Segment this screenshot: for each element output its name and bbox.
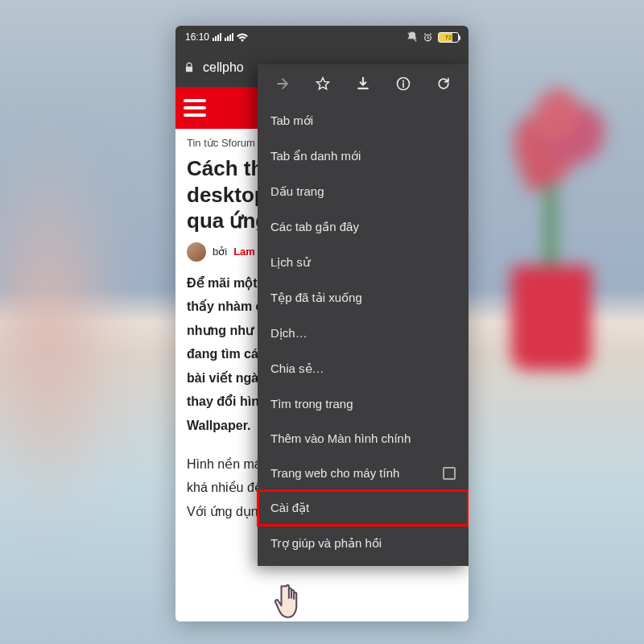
author-link[interactable]: Lam [233,246,255,258]
menu-icon-row [258,64,469,103]
menu-share[interactable]: Chia sẻ… [258,351,469,386]
download-icon[interactable] [354,75,372,93]
info-icon[interactable] [394,75,412,93]
url-text: cellpho [203,60,244,75]
star-icon[interactable] [314,75,332,93]
battery-icon: 72 [438,32,459,43]
menu-incognito[interactable]: Tab ẩn danh mới [258,138,469,174]
wifi-icon [237,33,248,42]
menu-downloads[interactable]: Tệp đã tải xuống [258,280,469,316]
background-plant [491,89,612,370]
battery-level: 72 [445,34,452,41]
lock-icon [184,61,195,74]
menu-translate[interactable]: Dịch… [258,316,469,351]
status-bar: 16:10 72 [175,26,469,48]
menu-new-tab[interactable]: Tab mới [258,103,469,138]
status-time: 16:10 [185,31,209,43]
signal-icon-1 [213,33,221,41]
menu-find[interactable]: Tìm trong trang [258,386,469,421]
checkbox-icon [443,467,456,480]
forward-icon[interactable] [274,75,291,93]
overflow-menu: Tab mới Tab ẩn danh mới Dấu trang Các ta… [258,64,469,566]
menu-help[interactable]: Trợ giúp và phản hồi [258,526,469,561]
background-blur-left [0,129,129,531]
phone-frame: 16:10 72 cellpho Tin tức Sforum [175,26,469,621]
menu-desktop-site-label: Trang web cho máy tính [270,466,399,480]
reload-icon[interactable] [435,75,452,93]
alarm-icon [423,32,433,43]
menu-desktop-site[interactable]: Trang web cho máy tính [258,456,469,490]
avatar [187,242,206,262]
by-prefix: bởi [213,246,227,258]
menu-recent-tabs[interactable]: Các tab gần đây [258,209,469,245]
hamburger-icon[interactable] [184,99,206,117]
signal-icon-2 [225,33,233,41]
menu-add-home[interactable]: Thêm vào Màn hình chính [258,421,469,456]
menu-bookmarks[interactable]: Dấu trang [258,174,469,209]
menu-history[interactable]: Lịch sử [258,245,469,280]
menu-settings[interactable]: Cài đặt [258,490,469,526]
svg-point-2 [402,80,404,82]
mute-icon [407,31,418,43]
